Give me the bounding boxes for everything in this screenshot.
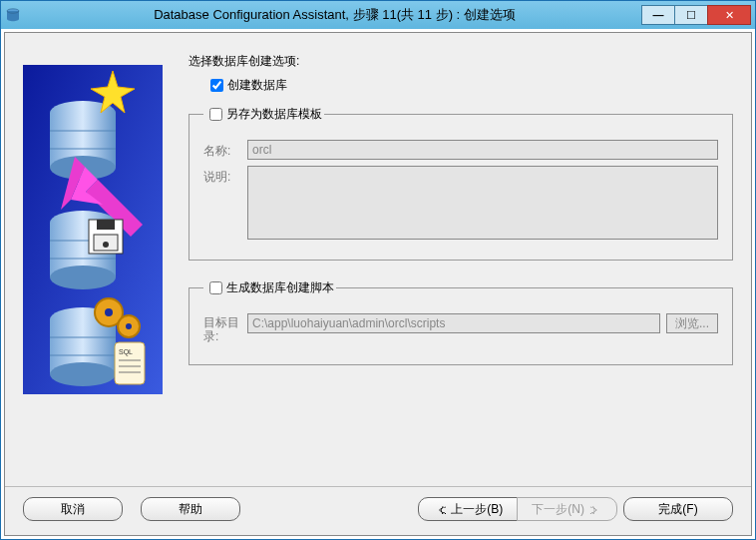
save-template-group: 另存为数据库模板 名称: 说明: <box>189 105 733 261</box>
app-icon <box>5 7 21 23</box>
svg-point-28 <box>105 308 113 316</box>
cancel-button[interactable]: 取消 <box>23 497 123 521</box>
generate-scripts-group: 生成数据库创建脚本 目标目录: 浏览... <box>189 278 733 365</box>
window-controls: — ☐ ✕ <box>642 5 751 25</box>
finish-button[interactable]: 完成(F) <box>623 497 733 521</box>
window-title: Database Configuration Assistant, 步骤 11(… <box>27 6 642 24</box>
maximize-button[interactable]: ☐ <box>674 5 708 25</box>
svg-point-30 <box>126 323 132 329</box>
close-button[interactable]: ✕ <box>707 5 751 25</box>
chevron-left-icon: ⦓ <box>437 504 447 515</box>
svg-point-21 <box>103 242 109 248</box>
template-desc-input[interactable] <box>247 166 718 240</box>
titlebar[interactable]: Database Configuration Assistant, 步骤 11(… <box>1 1 755 29</box>
chevron-right-icon: ⦔ <box>588 504 598 515</box>
template-desc-label: 说明: <box>203 166 247 186</box>
generate-scripts-legend[interactable]: 生成数据库创建脚本 <box>226 279 334 296</box>
prev-button[interactable]: ⦓上一步(B) <box>418 497 518 521</box>
save-template-legend[interactable]: 另存为数据库模板 <box>226 106 322 123</box>
wizard-sidebar-image: SQL <box>23 65 163 394</box>
create-database-row: 创建数据库 <box>206 76 733 95</box>
template-name-label: 名称: <box>203 140 247 160</box>
dest-dir-label: 目标目录: <box>203 313 247 344</box>
svg-text:SQL: SQL <box>119 348 133 356</box>
main-panel: 选择数据库创建选项: 创建数据库 另存为数据库模板 名称: 说明: <box>189 45 733 482</box>
next-button: 下一步(N)⦔ <box>517 497 617 521</box>
svg-rect-19 <box>97 220 115 230</box>
wizard-button-bar: 取消 帮助 ⦓上一步(B) 下一步(N)⦔ 完成(F) <box>5 486 751 535</box>
select-options-label: 选择数据库创建选项: <box>189 53 733 70</box>
save-template-checkbox[interactable] <box>209 108 222 121</box>
create-database-checkbox[interactable] <box>210 79 223 92</box>
template-name-input[interactable] <box>247 140 718 160</box>
minimize-button[interactable]: — <box>641 5 675 25</box>
browse-button[interactable]: 浏览... <box>666 313 718 333</box>
generate-scripts-checkbox[interactable] <box>209 281 222 294</box>
help-button[interactable]: 帮助 <box>141 497 240 521</box>
svg-point-24 <box>50 362 116 386</box>
inner-panel: SQL 选择数据库创建选项: 创建数据库 另存为数据库模板 <box>4 32 752 536</box>
dbca-window: Database Configuration Assistant, 步骤 11(… <box>0 0 756 540</box>
svg-point-15 <box>50 266 116 289</box>
create-database-label[interactable]: 创建数据库 <box>227 77 287 94</box>
dest-dir-input[interactable] <box>247 313 660 333</box>
